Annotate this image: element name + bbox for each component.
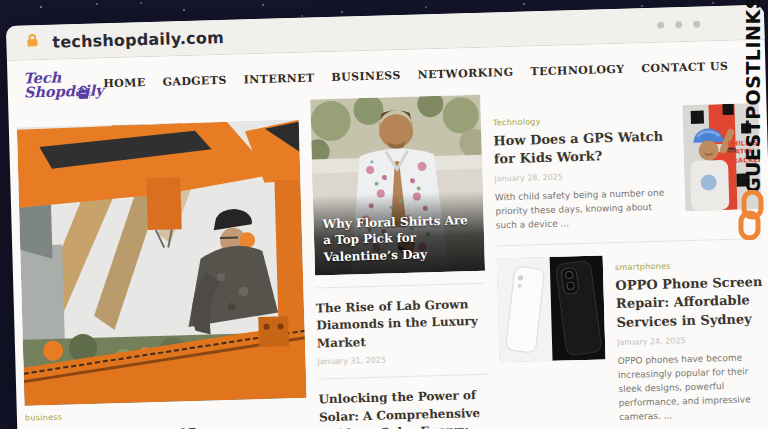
- window-controls: [657, 20, 700, 28]
- featured-article-image[interactable]: [17, 120, 307, 406]
- article-row-gps-watch: Technology How Does a GPS Watch for Kids…: [493, 103, 762, 234]
- category-link-smartphones[interactable]: smartphones: [615, 262, 671, 273]
- article-title-solar[interactable]: Unlocking the Power of Solar: A Comprehe…: [318, 387, 491, 429]
- shopping-bag-icon: [76, 83, 92, 103]
- watermark-text: GUESTPOSTLINKS: [742, 23, 766, 193]
- chain-link-icon: [736, 190, 766, 244]
- category-link-technology[interactable]: Technology: [493, 117, 541, 127]
- featured-column: business Efficient Pile Breaking: [17, 120, 311, 429]
- starfield-background: [0, 0, 2, 2]
- article-title-gps-watch[interactable]: How Does a GPS Watch for Kids Work?: [493, 127, 672, 168]
- divider: [496, 238, 762, 246]
- window-control-dot: [693, 20, 700, 27]
- nav-item-technology[interactable]: TECHNOLOGY: [530, 62, 624, 78]
- lock-icon: [24, 32, 41, 52]
- nav-item-networking[interactable]: NETWORKING: [417, 65, 513, 81]
- nav-item-internet[interactable]: INTERNET: [244, 71, 315, 86]
- url-text[interactable]: techshopdaily.com: [52, 27, 224, 51]
- pile-breaking-machine-illustration: [17, 120, 307, 406]
- main-nav: HOME GADGETS INTERNET BUSINESS NETWORKIN…: [103, 59, 728, 89]
- site-logo-text: Tech Shopdaily: [23, 68, 104, 101]
- featured-article-title[interactable]: Efficient Pile Breaking: [25, 420, 309, 429]
- site-logo[interactable]: Tech Shopdaily: [23, 69, 104, 100]
- right-column: Technology How Does a GPS Watch for Kids…: [493, 103, 768, 429]
- article-row-oppo: smartphones OPPO Phone Screen Repair: Af…: [497, 251, 768, 428]
- divider: [315, 283, 485, 289]
- middle-column: Why Floral Shirts Are a Top Pick for Val…: [310, 95, 492, 429]
- article-teaser: Unlocking the Power of Solar: A Comprehe…: [318, 387, 491, 429]
- article-date: January 31, 2025: [317, 353, 487, 367]
- content-grid: business Efficient Pile Breaking: [8, 87, 768, 429]
- article-date: January 28, 2025: [494, 170, 672, 184]
- article-date: January 24, 2025: [617, 334, 765, 347]
- nav-item-business[interactable]: BUSINESS: [331, 69, 401, 84]
- article-excerpt: OPPO phones have become increasingly pop…: [617, 351, 767, 425]
- divider: [318, 374, 488, 380]
- article-text-block: smartphones OPPO Phone Screen Repair: Af…: [615, 251, 768, 424]
- nav-item-gadgets[interactable]: GADGETS: [162, 73, 227, 88]
- browser-window: techshopdaily.com Tech Shopdaily HOME GA…: [6, 5, 768, 429]
- overlay-article-title[interactable]: Why Floral Shirts Are a Top Pick for Val…: [313, 204, 485, 275]
- window-control-dot: [657, 21, 664, 28]
- article-teaser: The Rise of Lab Grown Diamonds in the Lu…: [316, 296, 488, 367]
- article-text-block: Technology How Does a GPS Watch for Kids…: [493, 105, 674, 233]
- nav-item-home[interactable]: HOME: [103, 76, 145, 90]
- window-control-dot: [675, 21, 682, 28]
- nav-item-contact-us[interactable]: CONTACT US: [641, 59, 728, 74]
- featured-category-link[interactable]: business: [25, 413, 63, 423]
- article-title-lab-diamonds[interactable]: The Rise of Lab Grown Diamonds in the Lu…: [316, 296, 487, 353]
- oppo-article-image[interactable]: [497, 256, 606, 363]
- article-excerpt: With child safety being a number one pri…: [495, 187, 674, 234]
- floral-shirts-article-card[interactable]: Why Floral Shirts Are a Top Pick for Val…: [310, 95, 485, 276]
- oppo-phones-illustration: [497, 256, 606, 363]
- article-title-oppo[interactable]: OPPO Phone Screen Repair: Affordable Ser…: [615, 273, 764, 332]
